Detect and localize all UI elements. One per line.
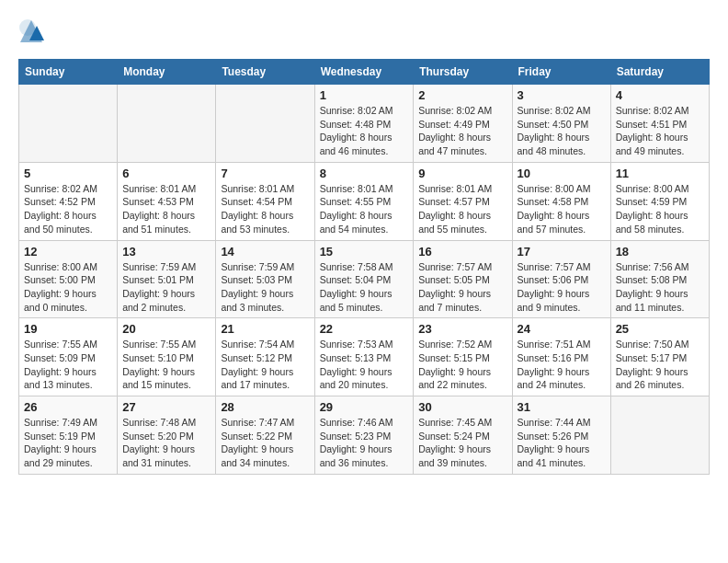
day-info: Sunrise: 7:55 AMSunset: 5:09 PMDaylight:… xyxy=(24,338,112,392)
day-info: Sunrise: 8:02 AMSunset: 4:51 PMDaylight:… xyxy=(616,104,704,158)
day-number: 27 xyxy=(122,400,210,414)
day-info: Sunrise: 7:45 AMSunset: 5:24 PMDaylight:… xyxy=(418,416,506,470)
calendar-cell: 28Sunrise: 7:47 AMSunset: 5:22 PMDayligh… xyxy=(216,396,314,475)
day-info: Sunrise: 8:00 AMSunset: 4:58 PMDaylight:… xyxy=(518,182,606,236)
calendar-cell: 10Sunrise: 8:00 AMSunset: 4:58 PMDayligh… xyxy=(512,162,610,240)
weekday-header-wednesday: Wednesday xyxy=(314,60,414,85)
calendar-cell: 5Sunrise: 8:02 AMSunset: 4:52 PMDaylight… xyxy=(19,162,118,240)
calendar-cell: 14Sunrise: 7:59 AMSunset: 5:03 PMDayligh… xyxy=(216,240,314,318)
weekday-header-saturday: Saturday xyxy=(610,60,709,85)
calendar-cell: 29Sunrise: 7:46 AMSunset: 5:23 PMDayligh… xyxy=(314,396,414,475)
day-info: Sunrise: 8:00 AMSunset: 4:59 PMDaylight:… xyxy=(616,182,704,236)
weekday-header-sunday: Sunday xyxy=(19,60,118,85)
day-info: Sunrise: 7:57 AMSunset: 5:06 PMDaylight:… xyxy=(518,260,606,315)
weekday-header-monday: Monday xyxy=(118,60,216,85)
day-info: Sunrise: 7:56 AMSunset: 5:08 PMDaylight:… xyxy=(616,260,704,315)
day-number: 31 xyxy=(518,400,606,414)
day-number: 29 xyxy=(320,400,409,414)
calendar-cell: 22Sunrise: 7:53 AMSunset: 5:13 PMDayligh… xyxy=(314,318,414,396)
day-number: 22 xyxy=(320,322,409,336)
day-number: 28 xyxy=(221,400,309,414)
calendar-cell: 26Sunrise: 7:49 AMSunset: 5:19 PMDayligh… xyxy=(19,396,118,475)
day-info: Sunrise: 7:44 AMSunset: 5:26 PMDaylight:… xyxy=(518,416,606,470)
calendar-week-row: 26Sunrise: 7:49 AMSunset: 5:19 PMDayligh… xyxy=(19,396,710,475)
day-info: Sunrise: 7:50 AMSunset: 5:17 PMDaylight:… xyxy=(616,338,704,392)
day-number: 14 xyxy=(221,245,309,259)
calendar-cell: 24Sunrise: 7:51 AMSunset: 5:16 PMDayligh… xyxy=(512,318,610,396)
day-number: 21 xyxy=(221,322,309,336)
day-number: 6 xyxy=(122,167,210,180)
day-info: Sunrise: 8:02 AMSunset: 4:52 PMDaylight:… xyxy=(24,182,112,236)
day-info: Sunrise: 8:01 AMSunset: 4:57 PMDaylight:… xyxy=(418,182,506,236)
day-info: Sunrise: 7:46 AMSunset: 5:23 PMDaylight:… xyxy=(320,416,409,470)
day-number: 16 xyxy=(418,245,506,259)
day-number: 11 xyxy=(616,167,704,180)
weekday-header-thursday: Thursday xyxy=(414,60,512,85)
day-info: Sunrise: 7:58 AMSunset: 5:04 PMDaylight:… xyxy=(320,260,409,315)
day-info: Sunrise: 7:53 AMSunset: 5:13 PMDaylight:… xyxy=(320,338,409,392)
day-number: 20 xyxy=(122,322,210,336)
day-number: 8 xyxy=(320,167,409,180)
weekday-header-friday: Friday xyxy=(512,60,610,85)
day-info: Sunrise: 8:00 AMSunset: 5:00 PMDaylight:… xyxy=(24,260,112,315)
day-number: 15 xyxy=(320,245,409,259)
day-info: Sunrise: 8:02 AMSunset: 4:50 PMDaylight:… xyxy=(518,104,606,158)
day-number: 10 xyxy=(518,167,606,180)
calendar-cell: 31Sunrise: 7:44 AMSunset: 5:26 PMDayligh… xyxy=(512,396,610,475)
calendar-cell: 9Sunrise: 8:01 AMSunset: 4:57 PMDaylight… xyxy=(414,162,512,240)
calendar-cell xyxy=(118,85,216,163)
calendar-cell xyxy=(610,396,709,475)
day-number: 5 xyxy=(24,167,112,180)
day-number: 12 xyxy=(24,245,112,259)
calendar-cell xyxy=(19,85,118,163)
day-number: 17 xyxy=(518,245,606,259)
calendar-cell: 15Sunrise: 7:58 AMSunset: 5:04 PMDayligh… xyxy=(314,240,414,318)
day-info: Sunrise: 7:59 AMSunset: 5:01 PMDaylight:… xyxy=(122,260,210,315)
calendar-cell: 2Sunrise: 8:02 AMSunset: 4:49 PMDaylight… xyxy=(414,85,512,163)
day-info: Sunrise: 7:52 AMSunset: 5:15 PMDaylight:… xyxy=(418,338,506,392)
calendar-week-row: 12Sunrise: 8:00 AMSunset: 5:00 PMDayligh… xyxy=(19,240,710,318)
day-number: 25 xyxy=(616,322,704,336)
calendar-week-row: 1Sunrise: 8:02 AMSunset: 4:48 PMDaylight… xyxy=(19,85,710,163)
day-info: Sunrise: 7:59 AMSunset: 5:03 PMDaylight:… xyxy=(221,260,309,315)
calendar-cell: 8Sunrise: 8:01 AMSunset: 4:55 PMDaylight… xyxy=(314,162,414,240)
day-number: 23 xyxy=(418,322,506,336)
logo xyxy=(18,18,48,44)
calendar-cell: 13Sunrise: 7:59 AMSunset: 5:01 PMDayligh… xyxy=(118,240,216,318)
day-info: Sunrise: 7:57 AMSunset: 5:05 PMDaylight:… xyxy=(418,260,506,315)
day-info: Sunrise: 8:02 AMSunset: 4:48 PMDaylight:… xyxy=(320,104,409,158)
day-info: Sunrise: 8:01 AMSunset: 4:55 PMDaylight:… xyxy=(320,182,409,236)
day-number: 4 xyxy=(616,88,704,102)
day-info: Sunrise: 7:48 AMSunset: 5:20 PMDaylight:… xyxy=(122,416,210,470)
calendar-cell: 18Sunrise: 7:56 AMSunset: 5:08 PMDayligh… xyxy=(610,240,709,318)
calendar-cell: 7Sunrise: 8:01 AMSunset: 4:54 PMDaylight… xyxy=(216,162,314,240)
calendar-cell: 1Sunrise: 8:02 AMSunset: 4:48 PMDaylight… xyxy=(314,85,414,163)
day-number: 1 xyxy=(320,88,409,102)
calendar-cell: 12Sunrise: 8:00 AMSunset: 5:00 PMDayligh… xyxy=(19,240,118,318)
calendar-cell xyxy=(216,85,314,163)
day-number: 26 xyxy=(24,400,112,414)
calendar-cell: 21Sunrise: 7:54 AMSunset: 5:12 PMDayligh… xyxy=(216,318,314,396)
day-info: Sunrise: 7:47 AMSunset: 5:22 PMDaylight:… xyxy=(221,416,309,470)
day-info: Sunrise: 7:49 AMSunset: 5:19 PMDaylight:… xyxy=(24,416,112,470)
calendar-cell: 11Sunrise: 8:00 AMSunset: 4:59 PMDayligh… xyxy=(610,162,709,240)
calendar-cell: 25Sunrise: 7:50 AMSunset: 5:17 PMDayligh… xyxy=(610,318,709,396)
day-info: Sunrise: 8:02 AMSunset: 4:49 PMDaylight:… xyxy=(418,104,506,158)
calendar-cell: 23Sunrise: 7:52 AMSunset: 5:15 PMDayligh… xyxy=(414,318,512,396)
day-number: 18 xyxy=(616,245,704,259)
calendar-week-row: 5Sunrise: 8:02 AMSunset: 4:52 PMDaylight… xyxy=(19,162,710,240)
day-number: 2 xyxy=(418,88,506,102)
day-info: Sunrise: 7:51 AMSunset: 5:16 PMDaylight:… xyxy=(518,338,606,392)
day-number: 3 xyxy=(518,88,606,102)
calendar-week-row: 19Sunrise: 7:55 AMSunset: 5:09 PMDayligh… xyxy=(19,318,710,396)
day-number: 9 xyxy=(418,167,506,180)
day-number: 13 xyxy=(122,245,210,259)
calendar-cell: 20Sunrise: 7:55 AMSunset: 5:10 PMDayligh… xyxy=(118,318,216,396)
calendar-cell: 17Sunrise: 7:57 AMSunset: 5:06 PMDayligh… xyxy=(512,240,610,318)
page-header xyxy=(18,18,710,44)
day-number: 7 xyxy=(221,167,309,180)
weekday-header-tuesday: Tuesday xyxy=(216,60,314,85)
calendar-table: SundayMondayTuesdayWednesdayThursdayFrid… xyxy=(18,59,710,475)
day-number: 19 xyxy=(24,322,112,336)
day-info: Sunrise: 7:54 AMSunset: 5:12 PMDaylight:… xyxy=(221,338,309,392)
